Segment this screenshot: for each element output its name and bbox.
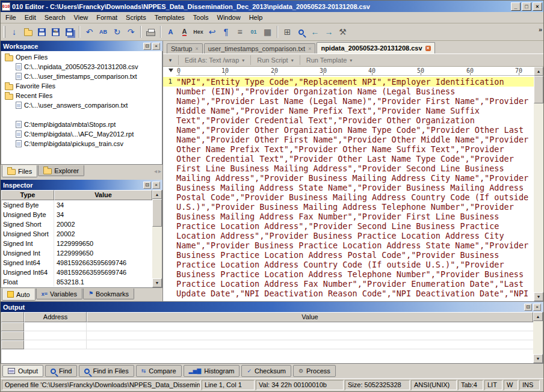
workspace-header[interactable]: Workspace ⊡ × [1, 41, 162, 51]
table-row[interactable]: Signed Short20002 [1, 219, 152, 229]
table-row[interactable]: Signed Byte34 [1, 200, 152, 210]
scroll-up-icon[interactable]: ▲ [533, 312, 543, 321]
tab-auto[interactable]: Auto [2, 289, 36, 301]
editor-line[interactable]: Business Practice Location Address Telep… [163, 269, 534, 279]
editor-line[interactable]: Postal Code","Provider Business Mailing … [163, 192, 534, 202]
tab-files[interactable]: Files [2, 165, 37, 177]
menu-view[interactable]: View [70, 13, 93, 22]
tab-histogram[interactable]: ▂▅▇Histogram [184, 365, 240, 377]
tree-item-user-answers[interactable]: C:\...\user_answers_comparison.txt [1, 100, 162, 110]
output-row[interactable] [1, 322, 533, 331]
scroll-down-icon[interactable]: ▼ [152, 278, 162, 287]
editor-line[interactable]: U.S.)","Provider Business Mailing Addres… [163, 202, 534, 212]
table-view-icon[interactable]: ⊞ [280, 25, 294, 38]
save-as-icon[interactable] [49, 25, 63, 38]
edit-as-dropdown[interactable]: Edit As: Text /wrap▾ [181, 55, 248, 65]
close-button[interactable]: × [533, 2, 542, 11]
minimize-button[interactable]: _ [511, 2, 521, 11]
status-encoding[interactable]: ANSI(UNIX) [411, 380, 457, 390]
tree-item-afc-may2012[interactable]: C:\temp\bigdata\...\AFC_May2012.rpt [1, 129, 162, 139]
table-row[interactable]: Unsigned Short20002 [1, 229, 152, 239]
editor-line[interactable]: Business Practice Location Address Posta… [163, 250, 534, 260]
menu-scripts[interactable]: Scripts [122, 13, 150, 22]
scrollbar-thumb[interactable] [534, 76, 543, 103]
save-icon[interactable] [35, 25, 49, 38]
tab-scroll-right-icon[interactable]: ▸ [158, 168, 161, 174]
scroll-down-icon[interactable]: ▼ [534, 292, 543, 301]
tree-item-stops-rpt[interactable]: C:\temp\bigdata\mbta\Stops.rpt [1, 120, 162, 129]
table-row[interactable]: Unsigned Int1229999650 [1, 248, 152, 258]
editor-line[interactable]: Business Mailing Address State Name","Pr… [163, 183, 534, 192]
menu-window[interactable]: Window [213, 13, 245, 22]
editor-line[interactable]: Update Date","NPI Deactivation Reason Co… [163, 289, 534, 298]
show-whitespace-icon[interactable]: ¶ [219, 25, 233, 38]
tab-checksum[interactable]: ✓Checksum [241, 365, 291, 377]
tree-item-recent-files[interactable]: Recent Files [1, 91, 162, 100]
inspector-header[interactable]: Inspector ⊡ × [1, 180, 162, 190]
menu-format[interactable]: Format [92, 13, 122, 22]
table-row[interactable]: Signed Int1229999650 [1, 239, 152, 248]
output-header[interactable]: Output ⊡ × [1, 302, 543, 312]
menu-help[interactable]: Help [245, 13, 267, 22]
tab-explorer[interactable]: Explorer [38, 165, 84, 176]
save-all-icon[interactable] [63, 25, 76, 38]
scroll-up-icon[interactable]: ▲ [534, 67, 543, 76]
editor-line[interactable]: Mailing Address","Provider Business Mail… [163, 173, 534, 183]
tab-scroll-left-icon[interactable]: ◂ [154, 168, 157, 174]
editor-line[interactable]: Location Address","Provider Business Pra… [163, 231, 534, 240]
tree-item-npidata[interactable]: C:\...\npidata_20050523-20131208.csv [1, 62, 162, 72]
tree-item-pickups-train[interactable]: C:\temp\bigdata\pickups_train.csv [1, 139, 162, 149]
tab-variables[interactable]: x=Variables [36, 289, 82, 299]
editor-line[interactable]: Text","Provider Credential Text","Provid… [163, 115, 534, 125]
toolbar-overflow-chevron[interactable]: » [539, 26, 542, 33]
find-icon[interactable] [294, 25, 308, 38]
text-editor[interactable]: 1"NPI","Entity Type Code","Replacement N… [163, 76, 534, 301]
editor-scrollbar[interactable]: ▲ ▼ [534, 67, 543, 301]
font-icon[interactable]: A [164, 25, 178, 38]
scrollbar-thumb[interactable] [152, 199, 162, 227]
inspector-close-icon[interactable]: × [152, 182, 160, 189]
jump-prev-icon[interactable]: ← [308, 25, 322, 38]
maximize-button[interactable]: □ [522, 2, 531, 11]
output-close-icon[interactable]: × [533, 304, 541, 311]
editor-line[interactable]: First Line Business Mailing Address","Pr… [163, 164, 534, 173]
editor-line[interactable]: Name","Provider Other Organization Name … [163, 125, 534, 135]
tab-find-in-files[interactable]: Find in Files [79, 365, 134, 377]
workspace-close-icon[interactable]: × [152, 43, 160, 50]
open-down-icon[interactable]: ↓ [7, 25, 21, 38]
menu-tools[interactable]: Tools [189, 13, 213, 22]
menu-file[interactable]: File [1, 13, 20, 22]
print-icon[interactable] [144, 25, 158, 38]
doc-tab-user-timestamps[interactable]: user_timestamps_comparison.txt× [204, 43, 316, 54]
editor-line[interactable]: Other Name Prefix Text","Provider Other … [163, 144, 534, 154]
status-endianness[interactable]: LIT [484, 380, 502, 390]
tab-close-icon[interactable]: × [308, 46, 311, 52]
column-header-value[interactable]: Value [54, 190, 152, 200]
status-tab-size[interactable]: Tab:4 [458, 380, 483, 390]
tab-find[interactable]: Find [45, 365, 77, 377]
editor-line[interactable]: Practice Location Address","Provider Sec… [163, 221, 534, 231]
doc-tab-npidata[interactable]: npidata_20050523-20131208.csv× [317, 42, 434, 54]
output-row[interactable] [1, 340, 533, 349]
menu-edit[interactable]: Edit [20, 13, 40, 22]
run-script-dropdown[interactable]: Run Script▾ [253, 55, 297, 65]
editor-line[interactable]: Other Credential Text","Provider Other L… [163, 154, 534, 164]
output-float-icon[interactable]: ⊡ [524, 304, 532, 311]
jump-next-icon[interactable]: → [322, 25, 336, 38]
tab-close-icon[interactable]: × [195, 46, 198, 52]
output-row[interactable] [1, 331, 533, 340]
tab-output[interactable]: Output [2, 365, 43, 377]
tree-item-favorite-files[interactable]: Favorite Files [1, 81, 162, 91]
table-row[interactable]: Signed Int644981592663595699746 [1, 258, 152, 268]
scroll-down-icon[interactable]: ▼ [533, 354, 543, 363]
editor-line[interactable]: Practice Location Address Country Code (… [163, 260, 534, 269]
toolbar-grip[interactable] [4, 26, 5, 38]
tab-compare[interactable]: ⇆Compare [136, 365, 182, 377]
tree-item-open-files[interactable]: Open Files [1, 52, 162, 62]
inspector-scrollbar[interactable]: ▲ ▼ [152, 190, 162, 287]
editor-line[interactable]: Name","Provider Other First Name","Provi… [163, 135, 534, 144]
column-header-value[interactable]: Value [87, 312, 533, 322]
column-header-type[interactable]: Type [1, 190, 54, 200]
doc-tab-startup[interactable]: Startup× [167, 43, 203, 54]
status-insert-mode[interactable]: INS [519, 380, 540, 390]
